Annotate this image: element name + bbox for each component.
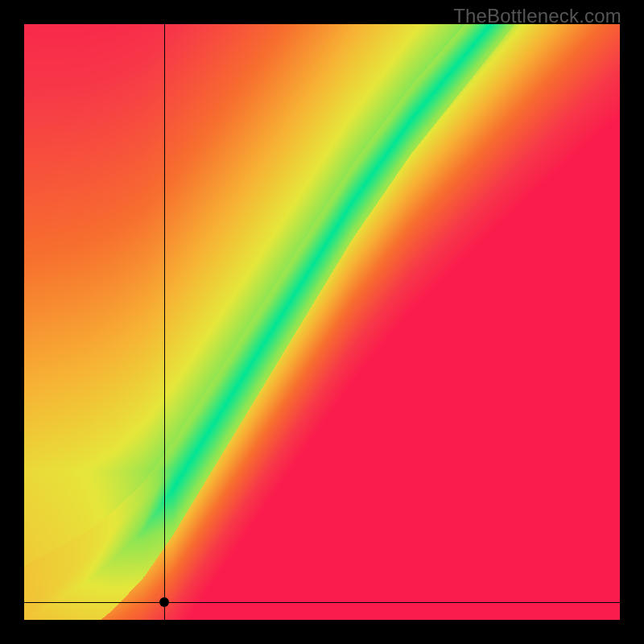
heatmap-canvas [24,24,620,620]
crosshair-horizontal [24,602,620,603]
crosshair-vertical [164,24,165,620]
watermark-text: TheBottleneck.com [453,5,621,27]
marker-dot [159,597,169,607]
heatmap-area [24,24,620,620]
chart-frame: TheBottleneck.com [0,0,644,644]
